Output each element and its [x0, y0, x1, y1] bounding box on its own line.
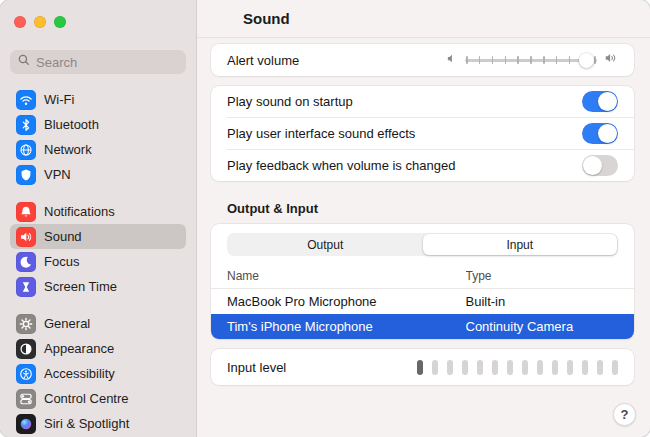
sidebar-item-label: Bluetooth: [44, 117, 99, 132]
slider-track[interactable]: [465, 52, 597, 68]
sidebar-item-focus[interactable]: Focus: [10, 249, 186, 274]
siri-icon: [16, 414, 36, 434]
search-icon: [17, 53, 31, 71]
accessibility-icon: [16, 364, 36, 384]
segmented-control-wrap: OutputInput: [211, 224, 634, 263]
help-button[interactable]: ?: [613, 403, 636, 426]
sidebar-item-general[interactable]: General: [10, 311, 186, 336]
level-segment: [507, 360, 513, 375]
titlebar: Sound: [197, 0, 650, 38]
device-type: Continuity Camera: [466, 319, 619, 334]
sidebar-item-control-centre[interactable]: Control Centre: [10, 386, 186, 411]
sidebar-item-label: Accessibility: [44, 366, 115, 381]
device-name: MacBook Pro Microphone: [227, 294, 466, 309]
slider-tick: [517, 56, 519, 64]
search-field[interactable]: [10, 50, 186, 74]
level-segment: [612, 360, 618, 375]
sidebar-item-screen-time[interactable]: Screen Time: [10, 274, 186, 299]
control-centre-icon: [16, 389, 36, 409]
sidebar-item-label: Wi-Fi: [44, 92, 74, 107]
slider-tick: [594, 56, 596, 64]
sidebar-item-label: Siri & Spotlight: [44, 416, 129, 431]
device-row-tim-s-iphone-microphone[interactable]: Tim's iPhone MicrophoneContinuity Camera: [211, 314, 634, 339]
level-segment: [462, 360, 468, 375]
device-table: MacBook Pro MicrophoneBuilt-inTim's iPho…: [211, 289, 634, 339]
slider-knob[interactable]: [579, 53, 594, 68]
settings-row-label: Play sound on startup: [227, 94, 353, 109]
sidebar-item-label: Network: [44, 142, 92, 157]
sidebar-nav: Wi-FiBluetoothNetworkVPNNotificationsSou…: [10, 87, 186, 437]
sidebar-group: Wi-FiBluetoothNetworkVPN: [10, 87, 186, 187]
sidebar-group: GeneralAppearanceAccessibilityControl Ce…: [10, 311, 186, 436]
tab-output[interactable]: Output: [228, 234, 423, 255]
sidebar-item-wi-fi[interactable]: Wi-Fi: [10, 87, 186, 112]
settings-row-play-sound-on-startup: Play sound on startup: [211, 86, 634, 117]
settings-row-play-user-interface-sound-effects: Play user interface sound effects: [211, 118, 634, 149]
toggle-knob: [583, 156, 602, 175]
appearance-icon: [16, 339, 36, 359]
zoom-button[interactable]: [54, 16, 66, 28]
toggle-play-feedback-when-volume-is-changed[interactable]: [582, 155, 618, 176]
slider-tick: [556, 56, 558, 64]
bluetooth-icon: [16, 115, 36, 135]
slider-tick: [569, 56, 571, 64]
sidebar-item-label: General: [44, 316, 90, 331]
device-type: Built-in: [466, 294, 619, 309]
sidebar-item-siri-spotlight[interactable]: Siri & Spotlight: [10, 411, 186, 436]
alert-volume-row: Alert volume: [211, 44, 634, 76]
slider-tick: [505, 56, 507, 64]
focus-icon: [16, 252, 36, 272]
alert-volume-label: Alert volume: [227, 53, 299, 68]
sidebar-item-label: VPN: [44, 167, 71, 182]
alert-volume-slider[interactable]: [445, 51, 618, 69]
alert-volume-card: Alert volume: [211, 44, 634, 76]
output-input-segmented-control: OutputInput: [227, 233, 618, 256]
slider-ticks: [466, 56, 596, 64]
device-row-macbook-pro-microphone[interactable]: MacBook Pro MicrophoneBuilt-in: [211, 289, 634, 314]
level-segment: [477, 360, 483, 375]
input-level-label: Input level: [227, 360, 286, 375]
sidebar-item-label: Screen Time: [44, 279, 117, 294]
search-input[interactable]: [36, 55, 179, 70]
sidebar-group: NotificationsSoundFocusScreen Time: [10, 199, 186, 299]
slider-tick: [466, 56, 468, 64]
wifi-icon: [16, 90, 36, 110]
slider-tick: [492, 56, 494, 64]
settings-row-play-feedback-when-volume-is-changed: Play feedback when volume is changed: [211, 150, 634, 181]
slider-tick: [479, 56, 481, 64]
sidebar-item-label: Appearance: [44, 341, 114, 356]
toggle-play-user-interface-sound-effects[interactable]: [582, 123, 618, 144]
volume-high-icon: [604, 51, 618, 69]
sidebar-item-vpn[interactable]: VPN: [10, 162, 186, 187]
sidebar: Wi-FiBluetoothNetworkVPNNotificationsSou…: [0, 0, 197, 437]
column-header-type: Type: [466, 269, 619, 283]
level-segment: [537, 360, 543, 375]
input-level-meter: [417, 360, 618, 375]
level-segment: [492, 360, 498, 375]
slider-tick: [530, 56, 532, 64]
device-name: Tim's iPhone Microphone: [227, 319, 466, 334]
sidebar-item-label: Control Centre: [44, 391, 129, 406]
settings-row-label: Play feedback when volume is changed: [227, 158, 455, 173]
sidebar-item-notifications[interactable]: Notifications: [10, 199, 186, 224]
sidebar-item-sound[interactable]: Sound: [10, 224, 186, 249]
tab-input[interactable]: Input: [423, 234, 618, 255]
sidebar-item-accessibility[interactable]: Accessibility: [10, 361, 186, 386]
network-icon: [16, 140, 36, 160]
content-pane: Sound Alert volume: [197, 0, 650, 437]
minimize-button[interactable]: [34, 16, 46, 28]
sidebar-item-label: Notifications: [44, 204, 115, 219]
sidebar-item-network[interactable]: Network: [10, 137, 186, 162]
level-segment: [417, 360, 423, 375]
vpn-icon: [16, 165, 36, 185]
slider-tick: [543, 56, 545, 64]
output-input-card: OutputInput NameType MacBook Pro Microph…: [211, 224, 634, 339]
sidebar-item-bluetooth[interactable]: Bluetooth: [10, 112, 186, 137]
level-segment: [552, 360, 558, 375]
device-table-header: NameType: [211, 263, 634, 289]
column-header-name: Name: [227, 269, 466, 283]
settings-scroll-area: Alert volume: [197, 38, 650, 437]
sidebar-item-appearance[interactable]: Appearance: [10, 336, 186, 361]
close-button[interactable]: [14, 16, 26, 28]
toggle-play-sound-on-startup[interactable]: [582, 91, 618, 112]
